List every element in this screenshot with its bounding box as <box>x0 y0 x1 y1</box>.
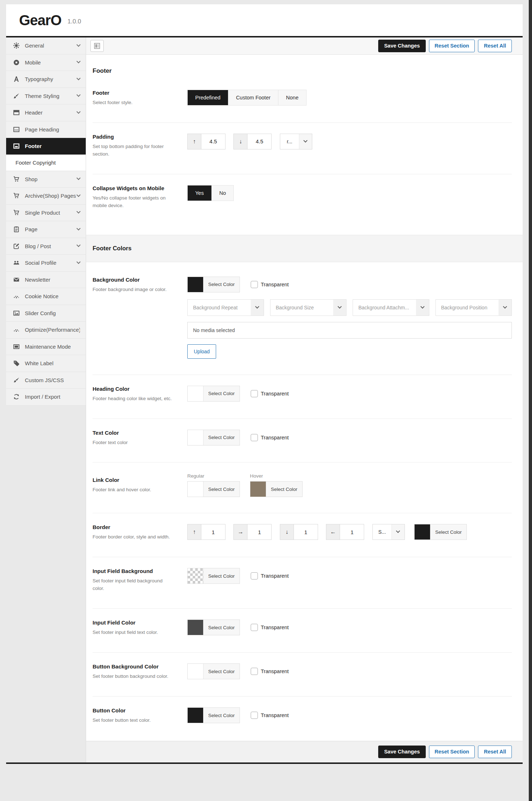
border-color-picker[interactable]: Select Color <box>414 524 467 540</box>
sidebar-item-newsletter[interactable]: Newsletter <box>6 272 86 288</box>
sidebar-item-shop[interactable]: Shop <box>6 171 86 188</box>
refresh-icon <box>13 394 19 400</box>
option-custom-footer[interactable]: Custom Footer <box>228 90 278 105</box>
select-color-button[interactable]: Select Color <box>203 386 240 401</box>
sidebar-item-import-export[interactable]: Import / Export <box>6 389 86 406</box>
sidebar-item-typography[interactable]: Typography <box>6 71 86 88</box>
sidebar-item-archive-shop-pages[interactable]: Archive(Shop) Pages <box>6 188 86 205</box>
sidebar-item-custom-js-css[interactable]: Custom JS/CSS <box>6 372 86 389</box>
select-color-button[interactable]: Select Color <box>203 708 240 723</box>
background-color-picker[interactable]: Select Color <box>187 277 240 292</box>
border-style-select[interactable]: S... <box>372 524 405 540</box>
padding-unit-select[interactable]: r... <box>280 134 312 149</box>
button-text-color-picker[interactable]: Select Color <box>187 707 240 723</box>
color-swatch[interactable] <box>188 482 203 497</box>
select-color-button[interactable]: Select Color <box>203 620 240 635</box>
heading-color-picker[interactable]: Select Color <box>187 386 240 402</box>
option-none[interactable]: None <box>278 90 306 105</box>
border-left-input[interactable]: 1 <box>340 524 364 540</box>
select-background-attachm[interactable]: Background Attachm... <box>353 299 429 316</box>
arrow-left-icon[interactable]: ← <box>326 524 340 540</box>
save-changes-button[interactable]: Save Changes <box>378 746 425 758</box>
save-changes-button[interactable]: Save Changes <box>378 40 425 52</box>
select-color-button[interactable]: Select Color <box>430 524 466 540</box>
color-swatch[interactable] <box>415 524 430 540</box>
sidebar-item-single-product[interactable]: Single Product <box>6 205 86 221</box>
padding-top-input[interactable]: 4.5 <box>201 134 225 149</box>
sidebar-item-cookie-notice[interactable]: Cookie Notice <box>6 288 86 305</box>
transparent-checkbox[interactable] <box>251 624 258 631</box>
border-bottom-input[interactable]: 1 <box>294 524 318 540</box>
sidebar-item-footer[interactable]: Footer <box>6 138 86 155</box>
sidebar-item-optimize-performance[interactable]: Optimize(Performance) <box>6 322 86 339</box>
border-top-input[interactable]: 1 <box>201 524 225 540</box>
transparent-checkbox[interactable] <box>251 668 258 675</box>
padding-bottom-input[interactable]: 4.5 <box>247 134 271 149</box>
arrow-right-icon[interactable]: → <box>234 524 247 540</box>
select-color-button[interactable]: Select Color <box>203 482 240 497</box>
select-background-position[interactable]: Background Position <box>435 299 512 316</box>
select-background-repeat[interactable]: Background Repeat <box>187 299 264 316</box>
option-no[interactable]: No <box>212 185 234 201</box>
color-swatch[interactable] <box>188 620 203 635</box>
transparent-checkbox[interactable] <box>251 390 258 397</box>
arrow-up-icon[interactable]: ↑ <box>188 524 201 540</box>
color-swatch[interactable] <box>188 664 203 679</box>
sidebar-item-theme-styling[interactable]: Theme Styling <box>6 88 86 105</box>
sidebar-item-page[interactable]: Page <box>6 221 86 238</box>
input-field-background-row: Input Field Background Set footer input … <box>93 557 512 608</box>
color-swatch[interactable] <box>188 277 203 292</box>
select-color-button[interactable]: Select Color <box>266 482 302 497</box>
transparent-checkbox[interactable] <box>251 281 258 288</box>
field-label: Padding <box>93 134 173 140</box>
select-color-button[interactable]: Select Color <box>203 277 240 292</box>
media-input[interactable]: No media selected <box>187 322 512 339</box>
option-predefined[interactable]: Predefined <box>188 90 228 105</box>
sidebar-item-header[interactable]: Header <box>6 104 86 121</box>
arrow-down-icon[interactable]: ↓ <box>280 524 294 540</box>
transparent-checkbox[interactable] <box>251 712 258 719</box>
input-bg-color-picker[interactable]: Select Color <box>187 568 240 584</box>
color-swatch[interactable] <box>188 708 203 723</box>
sidebar-toggle-button[interactable] <box>90 40 104 52</box>
chevron-down-icon <box>420 304 424 308</box>
input-text-color-picker[interactable]: Select Color <box>187 619 240 635</box>
sidebar-item-label: Theme Styling <box>25 93 77 99</box>
color-swatch[interactable] <box>250 482 266 497</box>
color-swatch[interactable] <box>188 386 203 401</box>
reset-all-button[interactable]: Reset All <box>478 746 512 758</box>
sidebar-item-page-heading[interactable]: Page Heading <box>6 121 86 138</box>
sidebar-item-footer-copyright[interactable]: Footer Copyright <box>6 155 86 171</box>
link-regular-color-picker[interactable]: Select Color <box>187 481 240 497</box>
reset-section-button[interactable]: Reset Section <box>429 746 475 758</box>
field-description: Footer text color <box>93 439 173 447</box>
color-swatch[interactable] <box>188 568 203 583</box>
border-right-input[interactable]: 1 <box>247 524 271 540</box>
sidebar-item-mobile[interactable]: Mobile <box>6 54 86 71</box>
reset-all-button[interactable]: Reset All <box>478 40 512 52</box>
sidebar-item-slider-config[interactable]: Slider Config <box>6 305 86 322</box>
option-yes[interactable]: Yes <box>188 185 212 201</box>
sidebar-item-blog-post[interactable]: Blog / Post <box>6 238 86 255</box>
transparent-checkbox[interactable] <box>251 434 258 441</box>
scrollbar[interactable] <box>529 0 532 801</box>
link-hover-color-picker[interactable]: Select Color <box>250 481 303 497</box>
chevron-down-icon <box>76 109 80 113</box>
upload-button[interactable]: Upload <box>187 344 216 359</box>
select-color-button[interactable]: Select Color <box>203 664 240 679</box>
people-icon <box>13 260 19 266</box>
select-color-button[interactable]: Select Color <box>203 430 240 445</box>
button-bg-color-picker[interactable]: Select Color <box>187 663 240 679</box>
arrow-down-icon[interactable]: ↓ <box>234 134 247 149</box>
transparent-checkbox[interactable] <box>251 572 258 580</box>
reset-section-button[interactable]: Reset Section <box>429 40 475 52</box>
sidebar-item-maintenance-mode[interactable]: Maintenance Mode <box>6 339 86 355</box>
text-color-picker[interactable]: Select Color <box>187 430 240 446</box>
select-background-size[interactable]: Background Size <box>270 299 347 316</box>
sidebar-item-general[interactable]: General <box>6 37 86 54</box>
select-color-button[interactable]: Select Color <box>203 568 240 583</box>
color-swatch[interactable] <box>188 430 203 445</box>
arrow-up-icon[interactable]: ↑ <box>188 134 201 149</box>
sidebar-item-white-label[interactable]: White Label <box>6 355 86 372</box>
sidebar-item-social-profile[interactable]: Social Profile <box>6 255 86 272</box>
